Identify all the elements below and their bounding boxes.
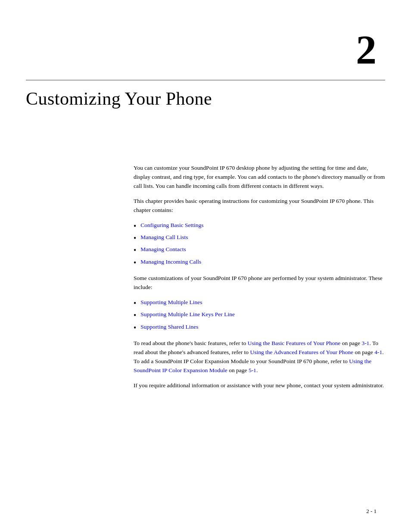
basic-features-link[interactable]: Using the Basic Features of Your Phone [248,340,341,346]
content-area: You can customize your SoundPoint IP 670… [134,164,385,396]
bullet-list-1: • Configuring Basic Settings • Managing … [134,221,385,268]
ref-end: . [256,367,258,373]
expansion-module-page-link[interactable]: 5-1 [249,367,256,373]
intro-paragraph-1: You can customize your SoundPoint IP 670… [134,164,385,191]
supporting-shared-lines-link[interactable]: Supporting Shared Lines [140,323,198,332]
list-item: • Managing Call Lists [134,233,385,243]
list-item: • Supporting Multiple Line Keys Per Line [134,310,385,320]
bullet-dot: • [134,233,136,243]
list-item: • Supporting Multiple Lines [134,298,385,308]
chapter-number: 2 [356,26,377,74]
bullet-dot: • [134,258,136,268]
page: 2 Customizing Your Phone You can customi… [0,0,411,532]
ref-before-link1: To read about the phone's basic features… [134,340,248,346]
ref-after-link1: on page [340,340,361,346]
chapter-title: Customizing Your Phone [26,88,212,109]
configuring-basic-settings-link[interactable]: Configuring Basic Settings [140,221,203,230]
list-item: • Supporting Shared Lines [134,323,385,333]
intro-paragraph-2: This chapter provides basic operating in… [134,197,385,215]
advanced-features-link[interactable]: Using the Advanced Features of Your Phon… [250,349,353,355]
divider-line [26,80,385,81]
bullet-dot: • [134,246,136,255]
admin-paragraph: Some customizations of your SoundPoint I… [134,274,385,292]
bullet-dot: • [134,323,136,333]
bullet-dot: • [134,299,136,308]
list-item: • Managing Incoming Calls [134,258,385,268]
bullet-list-2: • Supporting Multiple Lines • Supporting… [134,298,385,333]
ref-after-link2: on page [353,349,374,355]
managing-incoming-calls-link[interactable]: Managing Incoming Calls [140,258,201,267]
list-item: • Configuring Basic Settings [134,221,385,231]
list-item: • Managing Contacts [134,245,385,255]
bullet-dot: • [134,311,136,320]
ref-after-link3: on page [227,367,249,373]
managing-contacts-link[interactable]: Managing Contacts [140,245,186,254]
reference-paragraph: To read about the phone's basic features… [134,339,385,375]
final-paragraph: If you require additional information or… [134,381,385,390]
bullet-dot: • [134,221,136,231]
page-footer: 2 - 1 [366,508,377,515]
advanced-features-page-link[interactable]: 4-1 [374,349,382,355]
supporting-multiple-line-keys-link[interactable]: Supporting Multiple Line Keys Per Line [140,310,235,319]
supporting-multiple-lines-link[interactable]: Supporting Multiple Lines [140,298,202,307]
managing-call-lists-link[interactable]: Managing Call Lists [140,233,188,242]
basic-features-page-link[interactable]: 3-1 [361,340,369,346]
